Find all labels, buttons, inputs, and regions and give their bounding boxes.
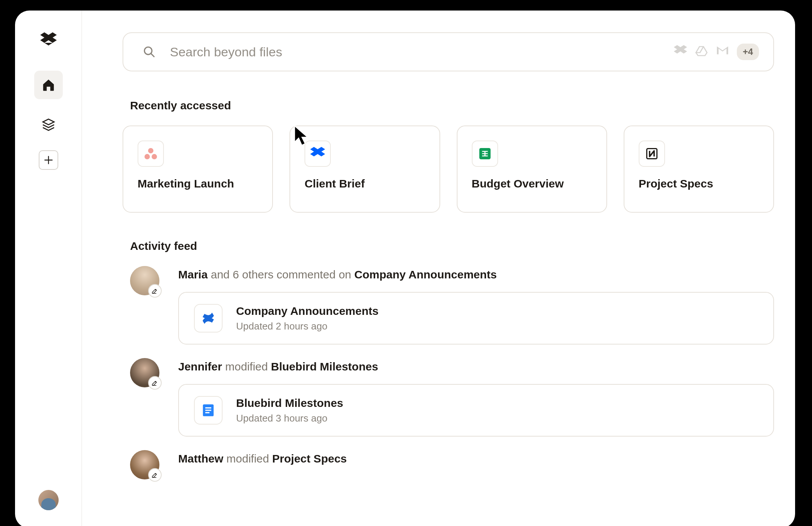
gdrive-integration-icon[interactable] xyxy=(695,45,708,59)
search-bar[interactable]: +4 xyxy=(123,32,774,71)
stack-icon xyxy=(42,118,55,132)
sheets-icon xyxy=(472,141,498,167)
recently-accessed-title: Recently accessed xyxy=(130,99,774,112)
svg-point-2 xyxy=(144,154,150,159)
recent-card-title: Budget Overview xyxy=(472,177,592,190)
plus-icon xyxy=(44,155,53,165)
edit-badge-icon xyxy=(148,468,162,482)
edit-badge-icon xyxy=(148,284,162,298)
activity-summary: Jennifer modified Bluebird Milestones xyxy=(178,358,774,375)
recent-card-title: Client Brief xyxy=(304,177,425,190)
search-icon xyxy=(143,45,156,58)
recent-card-title: Marketing Launch xyxy=(138,177,258,190)
sidebar xyxy=(15,11,82,526)
integration-icon-row: +4 xyxy=(674,44,759,60)
asana-icon xyxy=(138,141,164,167)
dropbox-integration-icon[interactable] xyxy=(674,45,687,59)
sidebar-stacks[interactable] xyxy=(34,110,63,139)
activity-summary: Matthew modified Project Specs xyxy=(178,450,774,467)
activity-doc-title: Company Announcements xyxy=(236,305,379,317)
activity-summary: Maria and 6 others commented on Company … xyxy=(178,266,774,283)
search-input[interactable] xyxy=(170,45,674,59)
activity-doc-meta: Updated 3 hours ago xyxy=(236,413,343,424)
activity-document-card[interactable]: Company Announcements Updated 2 hours ag… xyxy=(178,292,774,345)
sidebar-user-avatar[interactable] xyxy=(38,490,59,510)
activity-doc-title: Bluebird Milestones xyxy=(236,397,343,410)
activity-avatar-jennifer[interactable] xyxy=(130,358,159,387)
activity-doc-meta: Updated 2 hours ago xyxy=(236,320,379,332)
sidebar-home[interactable] xyxy=(34,71,63,99)
recent-card-project-specs[interactable]: Project Specs xyxy=(624,125,774,213)
dropbox-file-icon xyxy=(304,141,331,167)
dropbox-logo-icon[interactable] xyxy=(40,32,57,49)
recent-card-client-brief[interactable]: Client Brief xyxy=(289,125,440,213)
recent-card-budget-overview[interactable]: Budget Overview xyxy=(457,125,607,213)
confluence-icon xyxy=(194,304,223,333)
main-content: +4 Recently accessed Marketing Launch Cl… xyxy=(82,11,795,526)
more-integrations-badge[interactable]: +4 xyxy=(737,44,759,60)
recent-card-marketing-launch[interactable]: Marketing Launch xyxy=(123,125,273,213)
activity-avatar-maria[interactable] xyxy=(130,266,159,295)
notion-icon xyxy=(639,141,665,167)
svg-point-3 xyxy=(151,154,157,159)
activity-document-card[interactable]: Bluebird Milestones Updated 3 hours ago xyxy=(178,384,774,437)
activity-item: Jennifer modified Bluebird Milestones Bl… xyxy=(130,358,774,437)
gdocs-icon xyxy=(194,396,223,425)
gmail-integration-icon[interactable] xyxy=(716,45,729,59)
activity-feed: Activity feed Maria and 6 others comment… xyxy=(123,240,774,479)
sidebar-add-button[interactable] xyxy=(39,150,58,170)
activity-item: Matthew modified Project Specs xyxy=(130,450,774,479)
activity-avatar-matthew[interactable] xyxy=(130,450,159,479)
recently-accessed-row: Marketing Launch Client Brief Budget Ove… xyxy=(123,125,774,213)
edit-badge-icon xyxy=(148,376,162,390)
svg-point-1 xyxy=(148,148,153,153)
home-icon xyxy=(41,78,56,92)
recent-card-title: Project Specs xyxy=(639,177,759,190)
activity-feed-title: Activity feed xyxy=(130,240,774,252)
app-window: +4 Recently accessed Marketing Launch Cl… xyxy=(15,11,795,526)
activity-item: Maria and 6 others commented on Company … xyxy=(130,266,774,345)
